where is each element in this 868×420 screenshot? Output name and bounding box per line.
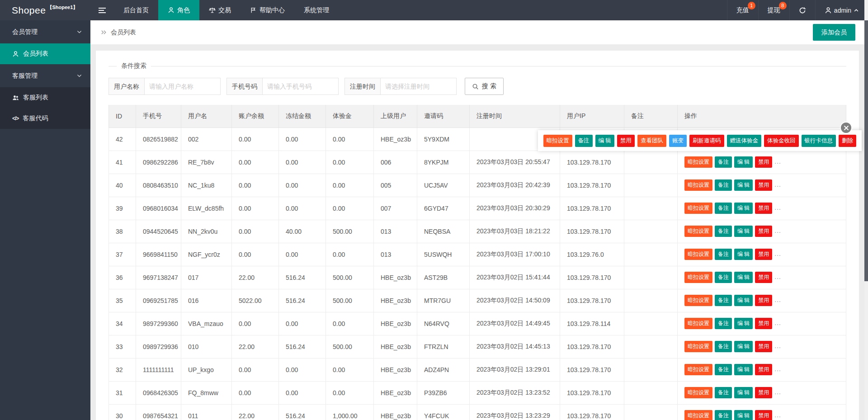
- more-actions-button[interactable]: ...: [774, 204, 781, 211]
- row-action-button[interactable]: 备注: [715, 272, 732, 283]
- more-actions-button[interactable]: ...: [774, 273, 781, 280]
- row-action-button[interactable]: 暗扣设置: [684, 364, 712, 375]
- search-button[interactable]: 搜 索: [465, 78, 504, 95]
- row-action-button[interactable]: 暗扣设置: [684, 249, 712, 260]
- popup-action-button[interactable]: 备注: [575, 135, 593, 147]
- row-action-button[interactable]: 暗扣设置: [684, 226, 712, 237]
- popup-action-button[interactable]: 银行卡信息: [802, 135, 836, 147]
- more-actions-button[interactable]: ...: [774, 250, 781, 257]
- refresh-button[interactable]: [789, 0, 815, 20]
- nav-item-4[interactable]: 帮助中心: [241, 0, 294, 20]
- row-action-button[interactable]: 编 辑: [734, 410, 753, 420]
- more-actions-button[interactable]: ...: [774, 227, 781, 234]
- more-actions-button[interactable]: ...: [774, 388, 781, 396]
- row-action-button[interactable]: 禁用: [755, 272, 772, 283]
- add-member-button[interactable]: 添加会员: [813, 24, 855, 41]
- sidebar-group-1[interactable]: 会员管理: [0, 20, 90, 43]
- nav-item-2[interactable]: 角色: [158, 0, 199, 20]
- chevron-up-icon: [854, 8, 859, 13]
- popup-action-button[interactable]: 暗扣设置: [543, 135, 572, 147]
- popup-action-button[interactable]: 账变: [669, 135, 687, 147]
- nav-item-3[interactable]: 交易: [199, 0, 241, 20]
- row-action-button[interactable]: 禁用: [755, 226, 772, 237]
- row-action-button[interactable]: 备注: [715, 341, 732, 352]
- nav-item-label: 角色: [177, 6, 190, 14]
- row-action-button[interactable]: 暗扣设置: [684, 387, 712, 398]
- row-action-button[interactable]: 编 辑: [734, 179, 753, 191]
- row-action-button[interactable]: 暗扣设置: [684, 295, 712, 306]
- row-action-button[interactable]: 暗扣设置: [684, 318, 712, 329]
- row-action-button[interactable]: 编 辑: [734, 156, 753, 168]
- more-actions-button[interactable]: ...: [774, 319, 781, 326]
- vertical-scrollbar[interactable]: [864, 0, 868, 420]
- popup-action-button[interactable]: 禁用: [617, 135, 635, 147]
- popup-action-button[interactable]: 赠送体验金: [727, 135, 762, 147]
- sidebar-item-2-2[interactable]: </>客服代码: [0, 108, 90, 129]
- sidebar-group-2[interactable]: 客服管理: [0, 64, 90, 87]
- popup-action-button[interactable]: 刷新邀请码: [689, 135, 724, 147]
- row-action-button[interactable]: 备注: [715, 410, 732, 420]
- user-icon: [825, 7, 832, 14]
- row-action-button[interactable]: 暗扣设置: [684, 156, 712, 168]
- search-input-1[interactable]: [145, 78, 221, 95]
- table-row: 349897299360VBA_mzauo0.000.000.00HBE_oz3…: [109, 312, 846, 335]
- row-action-button[interactable]: 备注: [715, 249, 732, 260]
- more-actions-button[interactable]: ...: [774, 342, 781, 349]
- search-input-2[interactable]: [263, 78, 339, 95]
- cell-phone: 9669841150: [136, 243, 181, 266]
- more-actions-button[interactable]: ...: [774, 181, 781, 188]
- nav-item-1[interactable]: 后台首页: [114, 0, 158, 20]
- row-action-button[interactable]: 编 辑: [734, 364, 753, 375]
- row-action-button[interactable]: 备注: [715, 226, 732, 237]
- row-action-button[interactable]: 编 辑: [734, 272, 753, 283]
- more-actions-button[interactable]: ...: [774, 365, 781, 373]
- row-action-button[interactable]: 暗扣设置: [684, 410, 712, 420]
- row-action-button[interactable]: 编 辑: [734, 226, 753, 237]
- popup-action-button[interactable]: 编 辑: [595, 135, 614, 147]
- withdraw-button[interactable]: 提现 8: [758, 0, 789, 20]
- row-action-button[interactable]: 编 辑: [734, 387, 753, 398]
- row-action-button[interactable]: 备注: [715, 203, 732, 214]
- row-action-button[interactable]: 备注: [715, 295, 732, 306]
- row-action-button[interactable]: 暗扣设置: [684, 272, 712, 283]
- row-action-button[interactable]: 编 辑: [734, 249, 753, 260]
- row-action-button[interactable]: 禁用: [755, 341, 772, 352]
- more-actions-button[interactable]: ...: [774, 411, 781, 419]
- row-action-button[interactable]: 备注: [715, 387, 732, 398]
- row-action-button[interactable]: 备注: [715, 179, 732, 191]
- sidebar-collapse-icon[interactable]: [90, 0, 114, 20]
- row-action-button[interactable]: 禁用: [755, 203, 772, 214]
- popup-action-button[interactable]: 删除: [839, 135, 856, 147]
- popup-close-button[interactable]: [840, 122, 852, 134]
- recharge-button[interactable]: 充值 1: [727, 0, 758, 20]
- search-input-3[interactable]: [381, 78, 457, 95]
- row-action-button[interactable]: 备注: [715, 318, 732, 329]
- popup-action-button[interactable]: 体验金收回: [764, 135, 799, 147]
- cell-phone: 0808463510: [136, 174, 181, 197]
- row-action-button[interactable]: 禁用: [755, 318, 772, 329]
- sidebar-item-1-1[interactable]: 会员列表: [0, 43, 90, 64]
- row-action-button[interactable]: 暗扣设置: [684, 341, 712, 352]
- row-action-button[interactable]: 禁用: [755, 295, 772, 306]
- row-action-button[interactable]: 备注: [715, 156, 732, 168]
- scrollbar-thumb[interactable]: [864, 20, 868, 281]
- row-action-button[interactable]: 禁用: [755, 156, 772, 168]
- row-action-button[interactable]: 禁用: [755, 410, 772, 420]
- row-action-button[interactable]: 备注: [715, 364, 732, 375]
- row-action-button[interactable]: 禁用: [755, 387, 772, 398]
- row-action-button[interactable]: 暗扣设置: [684, 179, 712, 191]
- sidebar-item-2-1[interactable]: 客服列表: [0, 87, 90, 108]
- popup-action-button[interactable]: 查看团队: [637, 135, 666, 147]
- row-action-button[interactable]: 编 辑: [734, 295, 753, 306]
- row-action-button[interactable]: 编 辑: [734, 318, 753, 329]
- row-action-button[interactable]: 编 辑: [734, 341, 753, 352]
- row-action-button[interactable]: 禁用: [755, 364, 772, 375]
- more-actions-button[interactable]: ...: [774, 158, 781, 165]
- more-actions-button[interactable]: ...: [774, 296, 781, 303]
- row-action-button[interactable]: 禁用: [755, 249, 772, 260]
- row-action-button[interactable]: 禁用: [755, 179, 772, 191]
- user-menu[interactable]: admin: [815, 0, 868, 20]
- nav-item-5[interactable]: 系统管理: [294, 0, 339, 20]
- row-action-button[interactable]: 暗扣设置: [684, 203, 712, 214]
- row-action-button[interactable]: 编 辑: [734, 203, 753, 214]
